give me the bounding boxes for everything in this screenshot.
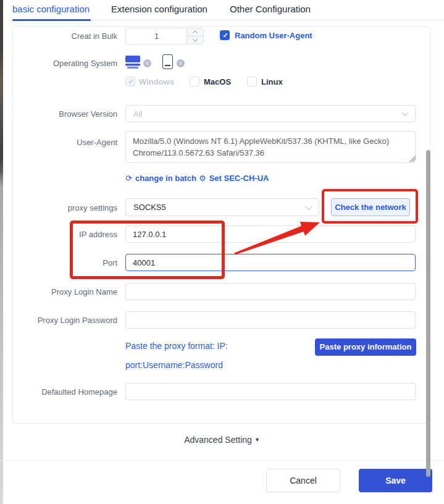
- port-label: Port: [0, 258, 117, 267]
- ip-address-input[interactable]: [125, 225, 416, 243]
- creat-in-bulk-label: Creat in Bulk: [0, 32, 117, 41]
- gear-icon: ⚙: [199, 174, 206, 183]
- browser-version-select[interactable]: All: [125, 105, 416, 122]
- stepper-controls: [186, 28, 203, 44]
- ip-address-label: IP address: [0, 230, 117, 239]
- paste-proxy-format-hint: Paste the proxy format: IP: port:Usernam…: [125, 337, 267, 375]
- set-sec-ch-ua-link[interactable]: ⚙Set SEC-CH-UA: [199, 174, 269, 183]
- mobile-info-icon[interactable]: i: [177, 59, 185, 67]
- paste-hint-line2: port:Username:Password: [125, 356, 267, 375]
- port-input[interactable]: [125, 254, 416, 271]
- proxy-login-password-input[interactable]: [125, 311, 416, 329]
- creat-in-bulk-input[interactable]: [126, 28, 187, 44]
- creat-in-bulk-stepper: [125, 28, 204, 44]
- linux-checkbox[interactable]: [247, 77, 257, 86]
- tab-basic-configuration[interactable]: basic configuration: [12, 4, 90, 14]
- proxy-login-name-label: Proxy Login Name: [0, 287, 117, 296]
- footer-divider: [0, 460, 444, 461]
- chevron-down-icon: [401, 109, 408, 116]
- tab-bar: basic configuration Extension configurat…: [9, 0, 444, 20]
- tab-extension-configuration[interactable]: Extension configuration: [111, 4, 207, 14]
- random-user-agent-label[interactable]: Random User-Agent: [235, 31, 312, 40]
- desktop-os-icon[interactable]: [125, 56, 140, 69]
- advanced-setting-toggle[interactable]: Advanced Setting▼: [0, 435, 444, 445]
- save-button[interactable]: Save: [359, 469, 432, 492]
- chevron-down-icon: [193, 36, 198, 41]
- operating-system-label: Operating System: [0, 59, 117, 68]
- mobile-os-icon[interactable]: [162, 54, 173, 69]
- cancel-button[interactable]: Cancel: [266, 469, 340, 492]
- chevron-up-icon: [193, 30, 198, 35]
- stepper-up-button[interactable]: [187, 28, 203, 36]
- paste-proxy-information-button[interactable]: Paste proxy information: [315, 338, 416, 356]
- set-sec-ch-ua-text: Set SEC-CH-UA: [209, 174, 269, 183]
- proxy-settings-label: proxy settings: [0, 203, 117, 212]
- active-tab-underline: [12, 19, 91, 21]
- check-icon: ✓: [126, 77, 136, 86]
- tab-other-configuration[interactable]: Other Configuration: [230, 4, 311, 14]
- change-in-batch-text: change in batch: [135, 174, 196, 183]
- windows-label: Windows: [139, 77, 174, 86]
- defaulted-homepage-label: Defaulted Homepage: [0, 387, 117, 397]
- proxy-login-password-label: Proxy Login Password: [0, 316, 117, 325]
- browser-version-value: All: [133, 109, 142, 119]
- chevron-down-icon: [305, 203, 312, 209]
- desktop-info-icon[interactable]: i: [143, 59, 151, 67]
- caret-down-icon: ▼: [254, 437, 260, 443]
- proxy-login-name-input[interactable]: [125, 283, 416, 300]
- window-edge-strip: [0, 0, 3, 504]
- proxy-type-value: SOCKS5: [133, 203, 166, 212]
- user-agent-label: User-Agent: [0, 138, 117, 147]
- change-in-batch-link[interactable]: ⟳change in batch: [125, 174, 196, 183]
- defaulted-homepage-input[interactable]: [125, 383, 416, 400]
- windows-checkbox: ✓: [125, 77, 135, 86]
- macos-label[interactable]: MacOS: [204, 77, 231, 86]
- advanced-setting-label: Advanced Setting: [184, 435, 252, 445]
- random-user-agent-checkbox[interactable]: ✓: [220, 30, 230, 40]
- linux-label[interactable]: Linux: [261, 77, 283, 86]
- check-icon: ✓: [220, 30, 230, 40]
- macos-checkbox[interactable]: [190, 77, 199, 86]
- check-network-button[interactable]: Check the network: [331, 198, 410, 216]
- paste-hint-line1: Paste the proxy format: IP:: [125, 337, 267, 356]
- browser-version-label: Browser Version: [0, 109, 117, 119]
- refresh-icon: ⟳: [125, 174, 132, 183]
- vertical-scrollbar-thumb[interactable]: [426, 150, 430, 477]
- user-agent-textarea[interactable]: Mozilla/5.0 (Windows NT 6.1) AppleWebKit…: [125, 131, 416, 163]
- phone-home-line: [165, 65, 170, 66]
- stepper-down-button[interactable]: [187, 36, 203, 44]
- profile-configuration-dialog: basic configuration Extension configurat…: [0, 0, 444, 504]
- proxy-type-select[interactable]: SOCKS5: [125, 198, 319, 216]
